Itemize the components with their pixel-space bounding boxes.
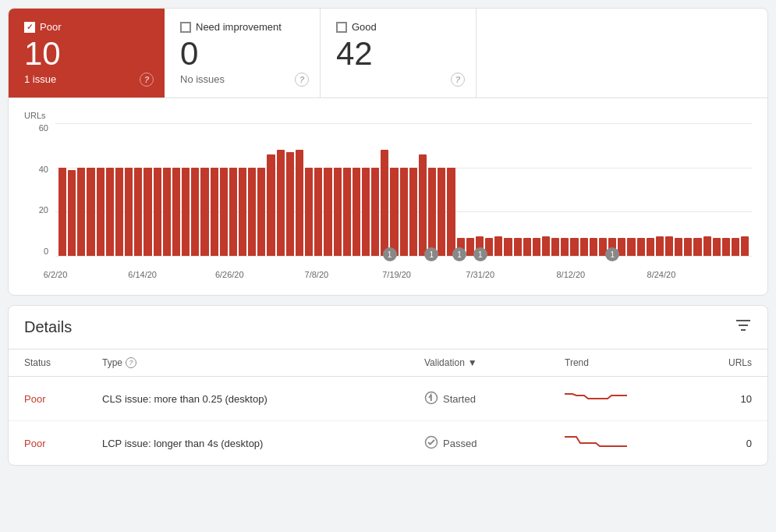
good-tile[interactable]: Good 42 ? — [321, 9, 477, 98]
table-row: Poor LCP issue: longer than 4s (desktop)… — [9, 421, 767, 465]
x-label-6: 8/12/20 — [556, 270, 585, 279]
annotations-area: 11111 — [55, 240, 752, 256]
row1-status: Poor — [24, 393, 102, 405]
col-type: Type ? — [102, 357, 424, 368]
row1-type: CLS issue: more than 0.25 (desktop) — [102, 393, 424, 405]
row2-validation-text: Passed — [443, 438, 477, 449]
table-header: Status Type ? Validation ▼ Trend URLs — [9, 349, 767, 377]
chart-section: URLs 60 40 20 0 11111 — [9, 98, 767, 295]
y-label-20: 20 — [24, 205, 51, 215]
details-title: Details — [24, 318, 72, 336]
poor-count: 10 — [24, 37, 149, 70]
details-header: Details — [9, 306, 767, 349]
poor-help-icon[interactable]: ? — [140, 73, 154, 87]
good-checkbox[interactable] — [336, 22, 347, 33]
x-label-7: 8/24/20 — [647, 270, 676, 279]
row2-status: Poor — [24, 438, 102, 449]
y-label-60: 60 — [24, 123, 51, 133]
col-validation[interactable]: Validation ▼ — [424, 357, 565, 368]
good-count: 42 — [336, 37, 460, 70]
bars-area — [55, 123, 752, 256]
x-label-3: 7/8/20 — [305, 270, 329, 279]
need-improvement-sub: No issues — [180, 73, 304, 85]
summary-chart-card: Poor 10 1 issue ? Need improvement 0 No … — [8, 8, 768, 296]
poor-tile-header: Poor — [24, 21, 149, 33]
x-label-5: 7/31/20 — [466, 270, 494, 279]
x-label-1: 6/14/20 — [128, 270, 157, 279]
x-label-2: 6/26/20 — [215, 270, 244, 279]
need-improvement-label: Need improvement — [196, 21, 282, 33]
chart-y-label: URLs — [24, 111, 752, 120]
row2-urls: 0 — [689, 438, 752, 449]
row1-trend — [565, 388, 689, 410]
col-status: Status — [24, 357, 102, 368]
need-improvement-header: Need improvement — [180, 21, 304, 33]
row1-validation: Started — [424, 391, 565, 407]
need-improvement-tile[interactable]: Need improvement 0 No issues ? — [165, 9, 321, 98]
col-trend: Trend — [565, 357, 689, 368]
type-help-icon[interactable]: ? — [126, 357, 136, 368]
row2-validation: Passed — [424, 435, 565, 452]
gridline-0 — [55, 256, 752, 257]
col-urls: URLs — [689, 357, 752, 368]
y-label-0: 0 — [24, 246, 51, 256]
good-label: Good — [352, 21, 377, 33]
row2-trend — [565, 432, 689, 454]
summary-section: Poor 10 1 issue ? Need improvement 0 No … — [9, 9, 767, 98]
need-improvement-help-icon[interactable]: ? — [295, 73, 309, 87]
poor-checkbox[interactable] — [24, 22, 35, 33]
y-label-40: 40 — [24, 165, 51, 174]
need-improvement-count: 0 — [180, 37, 304, 70]
need-improvement-checkbox[interactable] — [180, 22, 191, 33]
x-label-0: 6/2/20 — [44, 270, 68, 279]
row2-type: LCP issue: longer than 4s (desktop) — [102, 438, 424, 449]
chart-container: 60 40 20 0 11111 6/2/20 6/14/20 — [24, 123, 752, 279]
row1-validation-icon — [424, 391, 438, 407]
x-label-4: 7/19/20 — [382, 270, 411, 279]
x-axis-labels: 6/2/20 6/14/20 6/26/20 7/8/20 7/19/20 7/… — [55, 257, 752, 279]
poor-tile[interactable]: Poor 10 1 issue ? — [9, 9, 165, 98]
validation-sort-icon: ▼ — [468, 357, 477, 368]
y-axis-labels: 60 40 20 0 — [24, 123, 51, 256]
table-row: Poor CLS issue: more than 0.25 (desktop)… — [9, 377, 767, 421]
good-help-icon[interactable]: ? — [451, 73, 465, 87]
row2-validation-icon — [424, 435, 438, 452]
filter-icon[interactable] — [735, 318, 752, 336]
row1-validation-text: Started — [443, 393, 476, 405]
poor-sub: 1 issue — [24, 73, 149, 85]
row1-urls: 10 — [689, 393, 752, 405]
good-header: Good — [336, 21, 460, 33]
poor-label: Poor — [40, 21, 61, 33]
details-card: Details Status Type ? Validation ▼ Trend… — [8, 305, 768, 466]
